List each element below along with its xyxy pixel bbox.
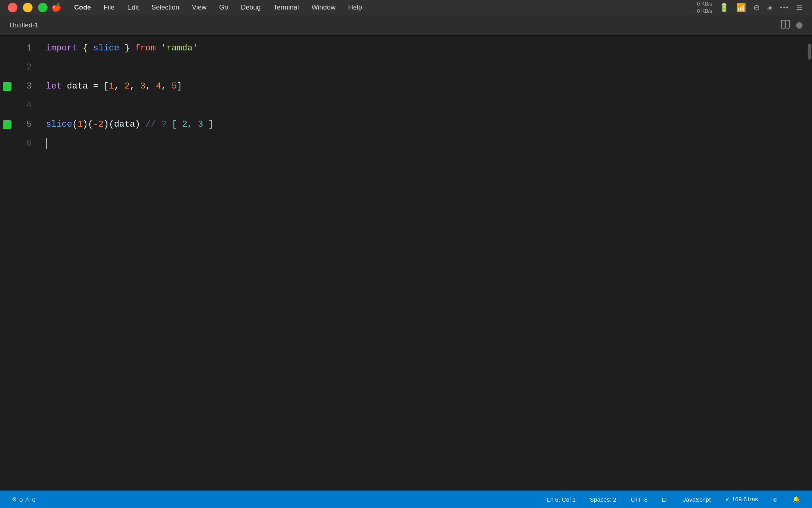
status-bar: ⊗ 0 △ 0 Ln 6, Col 1 Spaces: 2 UTF-8 LF J… <box>0 491 812 508</box>
svg-rect-1 <box>786 20 789 28</box>
unsaved-indicator <box>796 22 802 29</box>
code-content[interactable]: import { slice } from 'ramda' let data =… <box>38 36 806 491</box>
token-slice: slice <box>93 39 119 58</box>
bp-line5[interactable] <box>0 115 14 134</box>
token-comment: // ? <box>146 115 172 134</box>
token-slice-call: slice <box>46 115 72 134</box>
maximize-button[interactable] <box>38 3 48 12</box>
list-icon[interactable]: ☰ <box>796 3 802 12</box>
line-number-6: 6 <box>14 134 32 153</box>
line-numbers: 1 2 3 4 5 6 <box>14 36 38 491</box>
menu-selection[interactable]: Selection <box>146 2 185 13</box>
code-line-6 <box>46 134 806 153</box>
menu-file[interactable]: File <box>98 2 120 13</box>
token-let: let <box>46 77 62 96</box>
traffic-lights <box>8 3 48 12</box>
line-col-text: Ln 6, Col 1 <box>547 496 576 503</box>
menu-help[interactable]: Help <box>343 2 368 13</box>
bp-line4 <box>0 96 14 115</box>
more-icon[interactable]: ••• <box>780 4 789 11</box>
error-count: 0 <box>19 496 23 503</box>
language-item[interactable]: JavaScript <box>681 495 713 504</box>
extensions-icon[interactable]: ◈ <box>767 3 773 12</box>
menu-go[interactable]: Go <box>214 2 234 13</box>
close-button[interactable] <box>8 3 17 12</box>
eol-item[interactable]: LF <box>659 495 671 504</box>
warning-count: 0 <box>32 496 35 503</box>
status-left: ⊗ 0 △ 0 <box>10 495 38 504</box>
token-result: [ 2, 3 ] <box>172 115 214 134</box>
code-line-3: let data = [ 1 , 2 , 3 , 4 , 5 ] <box>46 77 806 96</box>
smiley-icon: ☺ <box>772 496 778 503</box>
line-number-4: 4 <box>14 96 32 115</box>
token-ramda: 'ramda' <box>161 39 197 58</box>
menu-view[interactable]: View <box>186 2 212 13</box>
battery-icon: 🔋 <box>719 3 729 12</box>
error-icon: ⊗ <box>12 496 17 503</box>
menu-code[interactable]: Code <box>69 2 97 13</box>
timing-text: ✓ 169.61ms <box>725 496 758 503</box>
minus-icon[interactable]: ⊖ <box>753 3 760 12</box>
code-line-5: slice ( 1 )( -2 )(data) // ? [ 2, 3 ] <box>46 115 806 134</box>
scrollbar-track[interactable] <box>806 36 812 491</box>
eol-text: LF <box>662 496 669 503</box>
breakpoint-gutter <box>0 36 14 491</box>
language-text: JavaScript <box>683 496 711 503</box>
timing-item[interactable]: ✓ 169.61ms <box>723 495 760 504</box>
wifi-icon: 📶 <box>736 3 746 12</box>
code-line-1: import { slice } from 'ramda' <box>46 39 806 58</box>
code-editor: 1 2 3 4 5 6 import { slice } from 'ramda… <box>0 36 812 491</box>
encoding-text: UTF-8 <box>631 496 648 503</box>
split-editor-icon[interactable] <box>781 20 790 31</box>
status-right: Ln 6, Col 1 Spaces: 2 UTF-8 LF JavaScrip… <box>544 495 802 504</box>
line-col-item[interactable]: Ln 6, Col 1 <box>544 495 578 504</box>
titlebar-actions <box>781 20 802 31</box>
scrollbar-thumb[interactable] <box>808 44 811 60</box>
errors-item[interactable]: ⊗ 0 △ 0 <box>10 495 38 504</box>
spaces-item[interactable]: Spaces: 2 <box>588 495 619 504</box>
line-number-5: 5 <box>14 115 32 134</box>
bp-line3[interactable] <box>0 77 14 96</box>
bp-line1 <box>0 39 14 58</box>
line-number-3: 3 <box>14 77 32 96</box>
menu-terminal[interactable]: Terminal <box>268 2 304 13</box>
menu-window[interactable]: Window <box>306 2 341 13</box>
code-line-4 <box>46 96 806 115</box>
encoding-item[interactable]: UTF-8 <box>628 495 650 504</box>
editor-tab-label: Untitled-1 <box>10 21 38 29</box>
menu-debug[interactable]: Debug <box>235 2 266 13</box>
network-status: 0 KB/s 0 KB/s <box>697 0 712 15</box>
bp-line2 <box>0 58 14 77</box>
warning-icon: △ <box>25 496 30 503</box>
bell-icon: 🔔 <box>793 496 800 503</box>
token-import: import <box>46 39 77 58</box>
menu-edit[interactable]: Edit <box>122 2 144 13</box>
line-number-1: 1 <box>14 39 32 58</box>
minimize-button[interactable] <box>23 3 33 12</box>
spaces-text: Spaces: 2 <box>590 496 617 503</box>
line-number-2: 2 <box>14 58 32 77</box>
bp-line6 <box>0 134 14 153</box>
apple-menu[interactable]: 🍎 <box>46 1 67 14</box>
mac-menubar: 🍎 Code File Edit Selection View Go Debug… <box>0 0 812 15</box>
smiley-item[interactable]: ☺ <box>770 495 781 504</box>
vscode-titlebar: Untitled-1 <box>0 15 812 36</box>
token-from: from <box>135 39 156 58</box>
code-line-2 <box>46 58 806 77</box>
bell-item[interactable]: 🔔 <box>790 495 802 504</box>
svg-rect-0 <box>781 20 785 28</box>
